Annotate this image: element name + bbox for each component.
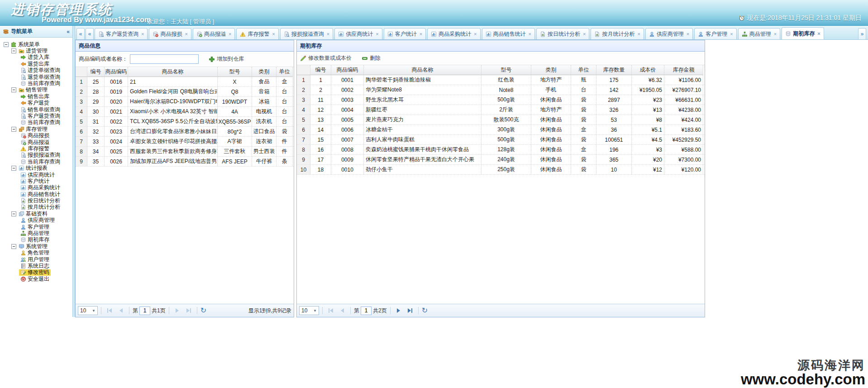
stock-page-size-select[interactable]: 10▼ [299, 306, 319, 315]
cell: 台 [277, 87, 293, 96]
tab-商品报损[interactable]: 商品报损× [149, 28, 191, 39]
table-row[interactable]: 6140006冰糖金桔干300g装休闲食品盒36¥5.1¥183.60 [297, 125, 705, 135]
tree-collapse-icon[interactable] [11, 87, 16, 92]
tree-collapse-icon[interactable] [11, 48, 16, 53]
table-row[interactable]: 9350026加绒加厚正品AFS JEEP/战地吉普男大码长裤AFS JEEP牛… [76, 157, 294, 167]
tab-close-icon[interactable]: × [817, 31, 820, 36]
goods-refresh-button[interactable]: ↻ [200, 307, 206, 314]
tab-close-icon[interactable]: × [141, 31, 144, 37]
add-to-warehouse-button[interactable]: 增加到仓库 [209, 55, 244, 63]
tab-close-icon[interactable]: × [774, 31, 777, 37]
tab-报损报溢查询[interactable]: 报损报溢查询× [280, 28, 333, 39]
sidebar-collapse-button[interactable]: « [67, 29, 70, 35]
cell: ¥183.60 [664, 125, 703, 134]
tab-期初库存[interactable]: 期初库存× [782, 27, 824, 39]
cell: 36 [596, 125, 632, 134]
tab-close-icon[interactable]: × [583, 31, 586, 37]
tabs-scroll-left-button[interactable]: « [86, 28, 94, 39]
tab-close-icon[interactable]: × [529, 31, 531, 37]
tab-close-icon[interactable]: × [730, 31, 733, 37]
tree-collapse-icon[interactable] [11, 166, 16, 171]
cell: 袋 [571, 95, 596, 105]
tab-客户管理[interactable]: 客户管理× [694, 28, 736, 39]
tab-按月统计分析[interactable]: 按月统计分析× [591, 28, 644, 39]
table-row[interactable]: 6320023台湾进口膨化零食品张君雅小妹妹日式串烧丸80g*2进口食品袋 [76, 127, 294, 137]
sitemap-icon [742, 31, 748, 37]
table-row[interactable]: 3110003野生东北黑木耳500g装休闲食品袋2897¥23¥66631.00 [297, 95, 705, 105]
goods-prev-page-button[interactable] [116, 306, 126, 316]
cell: 3 [76, 97, 87, 106]
cell: 17 [310, 155, 331, 164]
goods-page-size-select[interactable]: 10▼ [78, 306, 98, 315]
table-row[interactable]: 110001陶华碧老干妈香辣脆油辣椒红色装地方特产瓶175¥6.32¥1106.… [297, 75, 705, 85]
cell: 80g*2 [218, 127, 252, 136]
table-row[interactable]: 7330024卓图女装立领针织格子印花拼接高腰A字裙20A字裙连衣裙件 [76, 137, 294, 147]
delete-button[interactable]: 删除 [362, 54, 381, 62]
tab-close-icon[interactable]: × [420, 31, 422, 37]
tab-label: 商品管理 [749, 30, 771, 38]
tree-collapse-icon[interactable] [11, 244, 16, 249]
table-row[interactable]: 2280019Golden Field/金河田 Q8电脑音响台式多媒体Q8音箱台 [76, 87, 294, 97]
tab-close-icon[interactable]: × [272, 31, 275, 37]
tree-collapse-icon[interactable] [11, 127, 16, 132]
tab-商品报溢[interactable]: 商品报溢× [193, 28, 235, 39]
stock-refresh-button[interactable]: ↻ [422, 307, 428, 314]
cell: 4 [297, 105, 310, 115]
tab-close-icon[interactable]: × [185, 31, 187, 37]
stock-prev-page-button[interactable] [337, 306, 347, 316]
header-cell-类别: 类别 [531, 65, 571, 75]
tab-供应商管理[interactable]: 供应商管理× [645, 28, 693, 39]
stock-first-page-button[interactable] [326, 306, 336, 316]
cell: 台 [571, 85, 596, 95]
sidebar-title: 导航菜单 [11, 28, 33, 35]
tab-close-icon[interactable]: × [637, 31, 640, 37]
stock-last-page-button[interactable] [405, 306, 415, 316]
cell: 散装500克 [482, 115, 531, 125]
tab-供应商统计[interactable]: 供应商统计× [334, 28, 382, 39]
table-row[interactable]: 4300021Xiaomi/小米 小米电视4A 32英寸 智能液晶平4A电视机台 [76, 107, 294, 117]
goods-next-page-button[interactable] [172, 306, 182, 316]
panel-collapse-button[interactable]: « [76, 28, 85, 39]
tab-商品采购统计[interactable]: 商品采购统计× [427, 28, 480, 39]
cell: 手机 [531, 85, 571, 95]
tab-按日统计分析[interactable]: 按日统计分析× [536, 28, 589, 39]
tree-item-安全退出[interactable]: 安全退出 [2, 276, 72, 282]
goods-page-input[interactable] [139, 307, 150, 315]
edit-qty-cost-button[interactable]: 修改数量或成本价 [300, 54, 352, 62]
stock-next-page-button[interactable] [394, 306, 404, 316]
app-header: 进销存管理系统 Powered By www.java1234.com 欢迎您：… [0, 0, 868, 26]
table-row[interactable]: 5130005麦片燕麦巧克力散装500克休闲食品袋53¥8¥424.00 [297, 115, 705, 125]
tab-close-icon[interactable]: × [327, 31, 329, 37]
tab-商品销售统计[interactable]: 商品销售统计× [482, 28, 535, 39]
tabs-scroll-right-button[interactable]: » [858, 28, 866, 39]
tab-客户退货查询[interactable]: 客户退货查询× [95, 28, 148, 39]
goods-first-page-button[interactable] [105, 306, 114, 316]
tab-close-icon[interactable]: × [687, 31, 689, 37]
tab-label: 商品报溢 [204, 30, 226, 38]
tab-客户统计[interactable]: 客户统计× [384, 28, 426, 39]
table-row[interactable]: 10180010劲仔小鱼干250g装休闲食品袋10¥12¥120.00 [297, 165, 705, 175]
tab-label: 库存报警 [248, 30, 269, 38]
tree-collapse-icon[interactable] [11, 211, 16, 216]
cell: 2 [310, 85, 331, 95]
table-row[interactable]: 125001621X食品盒 [76, 77, 294, 87]
tab-close-icon[interactable]: × [376, 31, 378, 37]
tab-商品管理[interactable]: 商品管理× [738, 28, 780, 39]
cell: 500g装 [482, 95, 531, 105]
tab-库存报警[interactable]: 库存报警× [236, 28, 278, 39]
table-row[interactable]: 3290020Haier/海尔冰箱BCD-190WDPT双门电冰箱大190WDP… [76, 97, 294, 107]
table-row[interactable]: 4120004新疆红枣2斤装地方特产袋326¥13¥4238.00 [297, 105, 705, 115]
table-row[interactable]: 220002华为荣耀Note8Note8手机台142¥1950.05¥27690… [297, 85, 705, 95]
table-row[interactable]: 8160008奕森奶油桃蜜饯果脯果干桃肉干休闲零食品128g装休闲食品盒196¥… [297, 145, 705, 155]
table-row[interactable]: 9170009休闲零食坚果特产精品干果无渣白大个开心果240g装休闲食品袋365… [297, 155, 705, 165]
tree-collapse-icon[interactable] [4, 42, 9, 47]
goods-last-page-button[interactable] [184, 306, 194, 316]
goods-search-input[interactable] [130, 54, 199, 64]
table-row[interactable]: 7150007吉利人家牛肉味蛋糕500g装休闲食品袋100651¥4.5¥452… [297, 135, 705, 145]
chart-icon [338, 31, 344, 37]
tab-close-icon[interactable]: × [229, 31, 231, 37]
stock-page-input[interactable] [361, 307, 372, 315]
table-row[interactable]: 5310022TCL XQB55-36SP 5.5公斤全自动波轮迷你小XQB55… [76, 117, 294, 127]
table-row[interactable]: 8340025西服套装男三件套秋季新款商务修身职业正装三件套秋男士西装件 [76, 147, 294, 157]
tab-close-icon[interactable]: × [474, 31, 477, 37]
